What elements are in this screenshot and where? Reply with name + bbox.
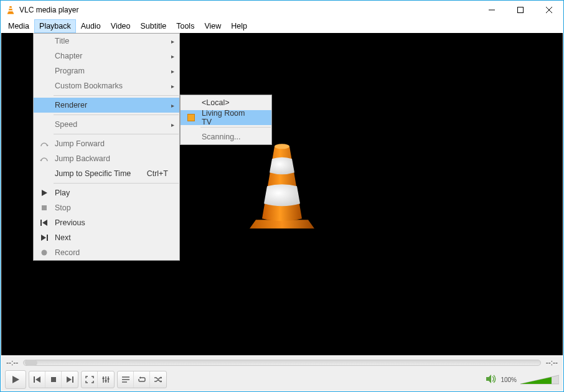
seek-slider[interactable] — [23, 360, 540, 366]
previous-button[interactable] — [29, 371, 45, 388]
menu-program[interactable]: Program▸ — [34, 63, 179, 78]
separator — [54, 183, 179, 184]
renderer-scanning-label: Scanning... — [202, 133, 241, 141]
speaker-icon[interactable] — [486, 374, 497, 385]
extended-settings-button[interactable] — [98, 371, 114, 388]
svg-point-18 — [42, 250, 47, 256]
menu-jump-specific-label: Jump to Specific Time — [55, 169, 131, 178]
menu-next-label: Next — [55, 233, 71, 242]
menu-jump-specific-shortcut: Ctrl+T — [147, 169, 168, 178]
svg-marker-10 — [46, 145, 49, 147]
menu-media[interactable]: Media — [3, 19, 34, 33]
chevron-right-icon: ▸ — [171, 121, 174, 128]
svg-marker-11 — [40, 160, 42, 162]
renderer-local-label: <Local> — [202, 98, 229, 107]
maximize-button[interactable] — [506, 1, 535, 19]
menu-help[interactable]: Help — [226, 19, 252, 33]
seek-row: --:-- --:-- — [1, 356, 563, 370]
cast-device-icon — [186, 114, 197, 121]
vlc-cone-icon — [245, 141, 319, 237]
menu-program-label: Program — [55, 67, 85, 75]
menu-video[interactable]: Video — [106, 19, 136, 33]
menu-jump-forward-label: Jump Forward — [55, 139, 105, 148]
stop-button[interactable] — [45, 371, 62, 388]
volume-percent: 100% — [501, 376, 517, 383]
menu-speed[interactable]: Speed▸ — [34, 117, 179, 132]
renderer-living-room-label: Living Room TV — [202, 109, 256, 126]
svg-marker-35 — [161, 376, 162, 379]
chevron-right-icon: ▸ — [171, 53, 174, 60]
playlist-group — [117, 371, 167, 388]
svg-rect-28 — [103, 378, 105, 379]
menu-renderer-label: Renderer — [55, 101, 87, 110]
volume-slider[interactable] — [520, 374, 559, 385]
svg-marker-16 — [41, 235, 46, 241]
stop-icon — [39, 204, 50, 212]
fullscreen-button[interactable] — [82, 371, 98, 388]
svg-rect-13 — [42, 205, 47, 210]
menu-playback[interactable]: Playback — [34, 19, 76, 33]
menu-tools[interactable]: Tools — [171, 19, 199, 33]
bottom-panel: --:-- --:-- 100% — [1, 356, 563, 391]
vlc-app-icon — [6, 5, 16, 15]
menu-renderer[interactable]: Renderer▸ — [34, 98, 179, 113]
renderer-living-room-tv[interactable]: Living Room TV — [181, 110, 271, 125]
time-elapsed: --:-- — [6, 358, 18, 367]
menu-play[interactable]: Play — [34, 185, 179, 200]
chevron-right-icon: ▸ — [171, 83, 174, 90]
menu-title-label: Title — [55, 37, 69, 45]
menu-audio[interactable]: Audio — [76, 19, 106, 33]
play-icon — [39, 189, 50, 197]
minimize-button[interactable] — [477, 1, 506, 19]
previous-icon — [39, 219, 50, 226]
shuffle-button[interactable] — [150, 371, 166, 388]
playback-dropdown: Title▸ Chapter▸ Program▸ Custom Bookmark… — [33, 33, 180, 261]
playback-group — [29, 371, 78, 388]
menu-stop[interactable]: Stop — [34, 200, 179, 215]
menu-stop-label: Stop — [55, 203, 71, 212]
menu-chapter-label: Chapter — [55, 52, 82, 60]
menu-jump-specific[interactable]: Jump to Specific Time Ctrl+T — [34, 166, 179, 181]
menu-jump-forward[interactable]: Jump Forward — [34, 136, 179, 151]
menu-record-label: Record — [55, 248, 80, 257]
window-title: VLC media player — [19, 6, 78, 14]
menu-bookmarks[interactable]: Custom Bookmarks▸ — [34, 78, 179, 93]
menu-chapter[interactable]: Chapter▸ — [34, 49, 179, 63]
loop-button[interactable] — [134, 371, 150, 388]
menu-bookmarks-label: Custom Bookmarks — [55, 82, 123, 90]
svg-rect-14 — [40, 220, 42, 226]
svg-rect-3 — [7, 12, 14, 14]
chevron-right-icon: ▸ — [171, 68, 174, 75]
window-controls — [477, 1, 563, 19]
jump-forward-icon — [39, 139, 50, 148]
jump-backward-icon — [39, 154, 50, 163]
svg-rect-29 — [105, 380, 107, 381]
close-button[interactable] — [535, 1, 563, 19]
menu-next[interactable]: Next — [34, 230, 179, 245]
time-total: --:-- — [546, 358, 558, 367]
menu-jump-backward[interactable]: Jump Backward — [34, 151, 179, 166]
svg-marker-36 — [161, 380, 162, 383]
renderer-local[interactable]: <Local> — [181, 95, 271, 110]
playlist-button[interactable] — [118, 371, 134, 388]
renderer-scanning: Scanning... — [181, 129, 271, 144]
next-button[interactable] — [62, 371, 78, 388]
svg-marker-12 — [42, 190, 47, 196]
menu-title[interactable]: Title▸ — [34, 34, 179, 49]
svg-rect-17 — [47, 235, 48, 241]
controls-row: 100% — [1, 370, 563, 390]
play-button[interactable] — [5, 370, 26, 389]
svg-marker-34 — [139, 376, 141, 379]
menu-view[interactable]: View — [199, 19, 226, 33]
renderer-submenu: <Local> Living Room TV Scanning... — [180, 95, 272, 145]
chevron-right-icon: ▸ — [171, 102, 174, 109]
separator — [54, 134, 179, 134]
svg-rect-5 — [518, 7, 524, 13]
menu-record[interactable]: Record — [34, 245, 179, 260]
menu-previous-label: Previous — [55, 218, 85, 227]
menu-previous[interactable]: Previous — [34, 215, 179, 230]
titlebar: VLC media player — [1, 1, 563, 19]
chevron-right-icon: ▸ — [171, 38, 174, 45]
svg-marker-19 — [12, 376, 19, 383]
menu-subtitle[interactable]: Subtitle — [136, 19, 172, 33]
